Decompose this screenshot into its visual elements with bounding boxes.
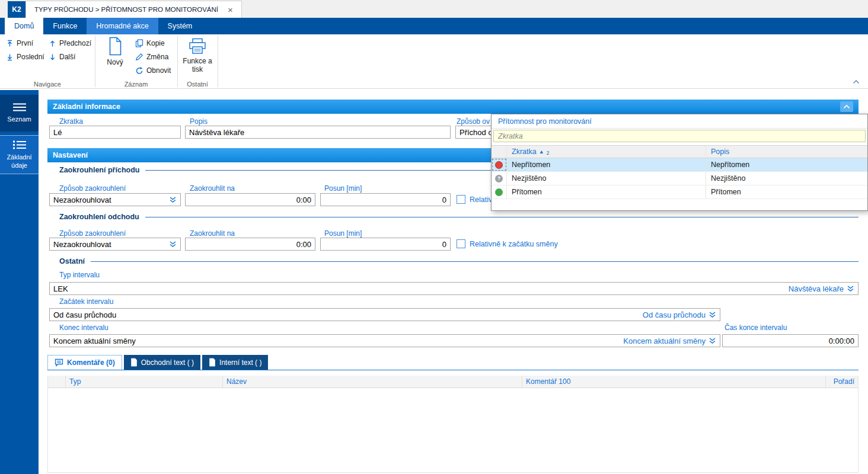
status-cell <box>492 158 507 171</box>
title-bar: K2 TYPY PRŮCHODU > PŘÍTOMNOST PRO MONITO… <box>0 0 868 18</box>
close-icon[interactable]: × <box>228 5 233 14</box>
icon-column-header <box>492 146 507 158</box>
group-label-navigace: Navigace <box>0 81 95 88</box>
ribbon-body: První Poslední Předchozí Další <box>0 34 868 89</box>
roundto-input[interactable]: 0:00 <box>185 193 315 206</box>
status-cell <box>492 185 507 198</box>
first-record-button[interactable]: První <box>6 39 33 47</box>
ribbon-tab-strip: Domů Funkce Hromadné akce Systém <box>0 18 868 34</box>
rounding-way-combo[interactable]: Nezaokrouhlovat <box>49 238 181 251</box>
dropdown-chevrons-icon[interactable] <box>169 197 177 203</box>
group-divider <box>95 36 95 87</box>
last-record-button[interactable]: Poslední <box>6 53 44 61</box>
relative-checkbox[interactable] <box>457 195 465 204</box>
shift-input[interactable]: 0 <box>320 238 451 251</box>
popup-table: Zkratka ▲ 2 Popis Nepřítomen Nepřítomen <box>492 145 867 199</box>
shift-input[interactable]: 0 <box>320 193 451 206</box>
sidebar-item-zakladni-udaje[interactable]: Základní údaje <box>0 135 39 174</box>
ribbon-tab-hromadne-akce[interactable]: Hromadné akce <box>87 18 158 34</box>
left-sidebar: Seznam Základní údaje <box>0 90 39 474</box>
column-header-komentar[interactable]: Komentář 100 <box>522 376 826 387</box>
arrow-up-icon <box>49 40 56 47</box>
comments-table-header: Typ Název Komentář 100 Pořadí <box>48 376 858 388</box>
section-collapse-button[interactable] <box>840 101 853 112</box>
document-icon <box>130 358 138 367</box>
sort-ascending-icon: ▲ <box>539 149 544 155</box>
rounding-way-combo[interactable]: Nezaokrouhlovat <box>49 193 181 206</box>
typ-intervalu-combo[interactable]: LEK Návštěva lékaře <box>49 282 859 295</box>
popup-table-header: Zkratka ▲ 2 Popis <box>492 145 867 158</box>
presence-lookup-popup: Přítomnost pro monitorování Zkratka ▲ 2 … <box>491 114 868 211</box>
zacatek-intervalu-combo[interactable]: Od času průchodu Od času průchodu <box>49 308 720 321</box>
previous-record-button[interactable]: Předchozí <box>49 39 91 47</box>
refresh-record-button[interactable]: Obnovit <box>135 66 171 75</box>
sidebar-item-seznam[interactable]: Seznam <box>0 95 39 132</box>
roundto-label: Zaokrouhlit na <box>190 229 235 238</box>
main-content: Základní informace Zkratka Lé Popis Návš… <box>39 90 868 474</box>
column-header-poradi[interactable]: Pořadí <box>826 376 858 387</box>
cas-konce-input[interactable]: 0:00:00 <box>722 334 859 347</box>
konec-intervalu-link[interactable]: Koncem aktuální směny <box>623 337 706 345</box>
dropdown-chevrons-icon[interactable] <box>169 241 177 248</box>
subsection-ostatni: Ostatní <box>59 257 859 265</box>
konec-intervalu-label: Konec intervalu <box>59 324 108 332</box>
presence-row-nezjisteno[interactable]: ? Nezjištěno Nezjištěno <box>492 172 867 185</box>
new-document-icon <box>107 37 123 56</box>
copy-record-button[interactable]: Kopie <box>135 39 165 47</box>
tab-komentare[interactable]: Komentáře (0) <box>47 355 122 370</box>
comment-bubble-icon <box>55 358 63 367</box>
relative-checkbox-label: Relativně k začátku směny <box>470 240 558 248</box>
typ-intervalu-label: Typ intervalu <box>59 271 100 279</box>
ribbon-collapse-button[interactable] <box>853 79 860 84</box>
bottom-tab-strip: Komentáře (0) Obchodní text ( ) Interní … <box>47 355 268 370</box>
document-tab[interactable]: TYPY PRŮCHODU > PŘÍTOMNOST PRO MONITOROV… <box>25 1 242 18</box>
dropdown-chevrons-icon <box>847 286 854 292</box>
section-header-zakladni-informace: Základní informace <box>47 100 859 114</box>
chevron-up-icon <box>843 104 850 109</box>
arrow-down-icon <box>49 53 56 61</box>
status-question-icon: ? <box>495 175 503 182</box>
roundto-input[interactable]: 0:00 <box>185 238 315 251</box>
zacatek-intervalu-link[interactable]: Od času průchodu <box>643 310 706 319</box>
functions-print-button[interactable]: Funkce a tisk <box>181 38 213 73</box>
tab-underline <box>47 370 859 370</box>
ribbon-tab-funkce[interactable]: Funkce <box>43 18 87 34</box>
hamburger-icon <box>12 103 27 112</box>
popup-column-popis[interactable]: Popis <box>706 146 867 158</box>
group-divider <box>218 36 218 87</box>
popis-label: Popis <box>190 117 208 126</box>
presence-row-pritomen[interactable]: Přítomen Přítomen <box>492 185 867 199</box>
arrow-up-bar-icon <box>6 40 14 47</box>
subsection-zaokrouhleni-odchodu: Zaokrouhlení odchodu <box>59 213 859 221</box>
shift-label: Posun [min] <box>324 184 362 193</box>
konec-intervalu-combo[interactable]: Koncem aktuální směny Koncem aktuální sm… <box>49 334 720 347</box>
ribbon-tab-system[interactable]: Systém <box>158 18 202 34</box>
status-cell: ? <box>492 172 507 185</box>
zkratka-input[interactable]: Lé <box>49 126 181 139</box>
document-icon <box>209 358 216 367</box>
column-header-nazev[interactable]: Název <box>223 376 522 387</box>
detail-list-icon <box>12 140 27 150</box>
relative-checkbox[interactable] <box>457 239 465 248</box>
popup-column-zkratka[interactable]: Zkratka ▲ 2 <box>507 146 706 158</box>
change-record-button[interactable]: Změna <box>135 53 168 61</box>
column-header-typ[interactable]: Typ <box>66 376 223 387</box>
status-green-icon <box>495 188 503 196</box>
tab-interni-text[interactable]: Interní text ( ) <box>202 355 268 370</box>
comments-table[interactable]: Typ Název Komentář 100 Pořadí <box>47 376 859 473</box>
app-logo[interactable]: K2 <box>8 1 25 18</box>
typ-intervalu-link[interactable]: Návštěva lékaře <box>789 284 844 293</box>
ribbon-tab-domu[interactable]: Domů <box>5 18 43 34</box>
presence-row-nepritomen[interactable]: Nepřítomen Nepřítomen <box>492 158 867 172</box>
status-red-icon <box>495 161 503 169</box>
cas-konce-label: Čas konce intervalu <box>725 324 787 332</box>
way-label: Způsob zaokrouhlení <box>59 184 126 193</box>
printer-icon <box>189 38 206 55</box>
popis-input[interactable]: Návštěva lékaře <box>185 126 451 139</box>
next-record-button[interactable]: Další <box>49 53 75 61</box>
popup-search-input[interactable] <box>493 130 866 142</box>
document-tab-title: TYPY PRŮCHODU > PŘÍTOMNOST PRO MONITOROV… <box>34 6 218 13</box>
sort-index: 2 <box>547 150 550 156</box>
tab-obchodni-text[interactable]: Obchodní text ( ) <box>124 355 200 370</box>
new-record-button[interactable]: Nový <box>101 37 129 66</box>
